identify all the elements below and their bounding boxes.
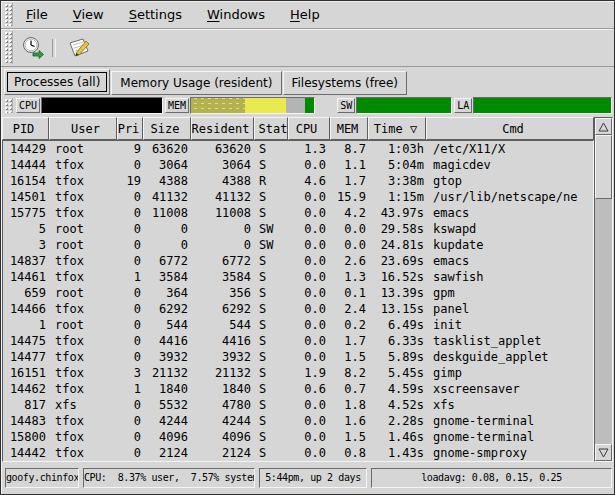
toolbar-grip-handle[interactable] — [4, 31, 13, 64]
menu-windows[interactable]: Windows — [197, 4, 275, 25]
edit-properties-button[interactable] — [62, 32, 96, 64]
cell-cpu: 0.0 — [289, 349, 331, 365]
cell-time: 6.33s — [369, 333, 427, 349]
cpu-bar-label[interactable]: CPU — [16, 98, 40, 113]
cell-resident: 356 — [192, 285, 255, 301]
loadavg-bar[interactable] — [473, 97, 612, 114]
tab-memory-usage[interactable]: Memory Usage (resident) — [111, 71, 281, 95]
cell-resident: 0 — [192, 221, 255, 237]
header-user[interactable]: User — [49, 117, 117, 140]
process-row[interactable]: 14483tfox042444244S0.01.62.28sgnome-term… — [3, 413, 593, 429]
menu-help[interactable]: Help — [280, 4, 330, 25]
mem-bar-segment — [191, 98, 245, 113]
process-row[interactable]: 14477tfox039323932S0.01.55.89sdeskguide_… — [3, 349, 593, 365]
menu-file[interactable]: File — [16, 4, 58, 25]
cell-pid: 14462 — [3, 381, 50, 397]
header-time-sort[interactable]: Time ▽ — [368, 117, 426, 140]
process-row[interactable]: 14837tfox067726772S0.02.623.69semacs — [3, 253, 593, 269]
swap-usage-bar[interactable] — [356, 97, 452, 114]
scroll-up-button[interactable] — [595, 118, 612, 135]
cell-size: 4244 — [144, 413, 192, 429]
cell-cpu: 0.0 — [289, 413, 331, 429]
scrollbar-thumb[interactable] — [595, 135, 612, 199]
cell-pri: 0 — [118, 189, 144, 205]
cell-pri: 0 — [118, 413, 144, 429]
scroll-down-button[interactable] — [595, 444, 612, 461]
vertical-scrollbar[interactable] — [594, 117, 613, 462]
cell-stat: SW — [255, 221, 289, 237]
header-pri[interactable]: Pri — [117, 117, 143, 140]
process-row[interactable]: 1root0544544S0.00.26.49sinit — [3, 317, 593, 333]
process-row[interactable]: 14466tfox062926292S0.02.413.15spanel — [3, 301, 593, 317]
cell-size: 4096 — [144, 429, 192, 445]
loadavg-bar-label[interactable]: LA — [454, 98, 472, 113]
cell-size: 6292 — [144, 301, 192, 317]
process-row[interactable]: 16151tfox32113221132S1.98.25.45sgimp — [3, 365, 593, 381]
cell-pid: 5 — [3, 221, 50, 237]
header-cpu[interactable]: CPU — [288, 117, 330, 140]
cell-pid: 659 — [3, 285, 50, 301]
tab-filesystems[interactable]: Filesystems (free) — [283, 71, 408, 95]
header-mem[interactable]: MEM — [330, 117, 368, 140]
menu-view[interactable]: View — [63, 4, 114, 25]
process-row[interactable]: 14461tfox135843584S0.01.316.52ssawfish — [3, 269, 593, 285]
summary-grip-handle[interactable] — [4, 98, 13, 113]
cell-mem: 2.4 — [331, 301, 369, 317]
process-row[interactable]: 3root000SW0.00.024.81skupdate — [3, 237, 593, 253]
cell-pri: 0 — [118, 317, 144, 333]
menu-windows-rest: indows — [220, 7, 265, 22]
cell-pri: 0 — [118, 445, 144, 461]
header-resident[interactable]: Resident — [191, 117, 254, 140]
process-row[interactable]: 14462tfox118401840S0.60.74.59sxscreensav… — [3, 381, 593, 397]
process-row[interactable]: 15775tfox01100811008S0.04.243.97semacs — [3, 205, 593, 221]
arrow-down-icon — [598, 448, 609, 458]
cell-pri: 0 — [118, 205, 144, 221]
cell-pid: 14837 — [3, 253, 50, 269]
cell-mem: 1.7 — [331, 333, 369, 349]
update-timer-button[interactable] — [16, 32, 50, 64]
cell-user: xfs — [50, 397, 118, 413]
cell-mem: 0.2 — [331, 317, 369, 333]
toolbar — [1, 29, 614, 67]
memory-usage-bar[interactable] — [190, 97, 315, 114]
process-row[interactable]: 14429root96362063620S1.38.71:03h/etc/X11… — [3, 141, 593, 157]
cell-cmd: init — [427, 317, 593, 333]
process-row[interactable]: 659root0364356S0.00.113.39sgpm — [3, 285, 593, 301]
process-row[interactable]: 15800tfox040964096S0.01.51.46sgnome-term… — [3, 429, 593, 445]
process-row[interactable]: 16154tfox1943884388R4.61.73:38mgtop — [3, 173, 593, 189]
header-pid[interactable]: PID — [2, 117, 49, 140]
header-size[interactable]: Size — [143, 117, 191, 140]
cell-time: 43.97s — [369, 205, 427, 221]
toolbar-separator — [52, 39, 56, 57]
process-row[interactable]: 14475tfox044164416S0.01.76.33stasklist_a… — [3, 333, 593, 349]
cell-pid: 817 — [3, 397, 50, 413]
cell-resident: 4244 — [192, 413, 255, 429]
cell-mem: 0.8 — [331, 445, 369, 461]
header-stat[interactable]: Stat — [254, 117, 288, 140]
cell-user: tfox — [50, 413, 118, 429]
process-row[interactable]: 5root000SW0.00.029.58skswapd — [3, 221, 593, 237]
cell-user: root — [50, 317, 118, 333]
mem-bar-label[interactable]: MEM — [165, 98, 189, 113]
cell-user: tfox — [50, 205, 118, 221]
process-row[interactable]: 817xfs055324780S0.01.84.52sxfs — [3, 397, 593, 413]
swap-bar-label[interactable]: SW — [337, 98, 355, 113]
cell-pid: 14461 — [3, 269, 50, 285]
tab-processes[interactable]: Processes (all) — [4, 69, 110, 95]
cell-mem: 0.0 — [331, 221, 369, 237]
cell-pid: 14442 — [3, 445, 50, 461]
scrollbar-track[interactable] — [595, 199, 612, 444]
cell-pid: 1 — [3, 317, 50, 333]
menu-settings-accel: S — [129, 7, 137, 22]
cell-mem: 1.6 — [331, 413, 369, 429]
cell-cpu: 4.6 — [289, 173, 331, 189]
header-cmd[interactable]: Cmd — [426, 117, 594, 140]
process-row[interactable]: 14442tfox021242124S0.00.81.43sgnome-smpr… — [3, 445, 593, 461]
menubar-grip-handle[interactable] — [4, 3, 13, 26]
process-row[interactable]: 14444tfox030643064S0.01.15:04mmagicdev — [3, 157, 593, 173]
cell-mem: 0.0 — [331, 237, 369, 253]
menu-settings[interactable]: Settings — [119, 4, 192, 25]
process-row[interactable]: 14501tfox04113241132S0.015.91:15m/usr/li… — [3, 189, 593, 205]
cpu-usage-bar[interactable] — [41, 97, 163, 114]
cell-stat: S — [255, 269, 289, 285]
